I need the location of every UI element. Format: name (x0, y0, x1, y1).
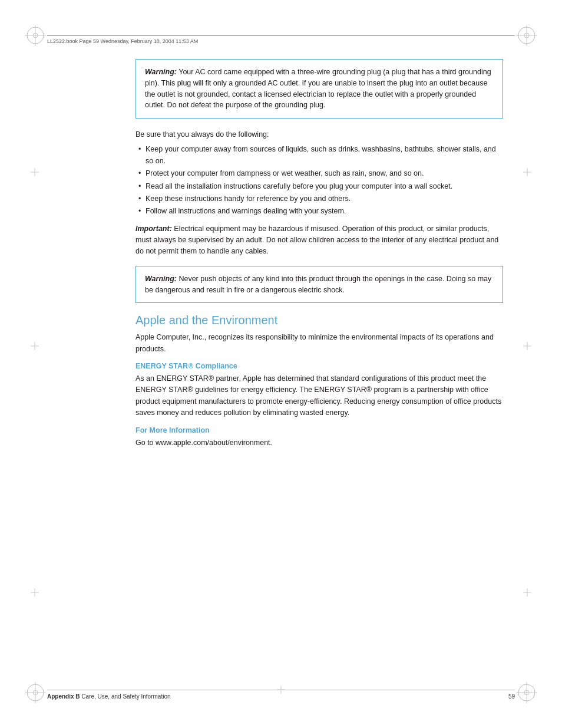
body-intro-text: Be sure that you always do the following… (135, 129, 503, 140)
important-para: Important: Electrical equipment may be h… (135, 223, 503, 258)
important-text: Electrical equipment may be hazardous if… (135, 225, 498, 256)
warning-text-2: Never push objects of any kind into this… (145, 275, 491, 294)
warning-box-1: Warning: Your AC cord came equipped with… (135, 59, 503, 118)
more-info-text: Go to www.apple.com/about/environment. (135, 437, 503, 449)
more-info-heading: For More Information (135, 426, 503, 434)
list-item: Keep these instructions handy for refere… (138, 193, 503, 205)
page: LL2522.book Page 59 Wednesday, February … (0, 0, 562, 728)
list-item: Keep your computer away from sources of … (138, 144, 503, 167)
energy-star-heading: ENERGY STAR® Compliance (135, 362, 503, 370)
warning-text-1: Your AC cord came equipped with a three-… (145, 68, 491, 109)
side-mark-right-top (523, 168, 531, 178)
header-file-info: LL2522.book Page 59 Wednesday, February … (47, 38, 198, 44)
footer-appendix-text: Care, Use, and Safety Information (80, 693, 171, 700)
side-mark-left-mid (31, 342, 39, 352)
footer-left: Appendix B Care, Use, and Safety Informa… (47, 693, 171, 700)
list-item: Read all the installation instructions c… (138, 181, 503, 192)
warning-label-1: Warning: (145, 68, 177, 76)
side-mark-right-bot (523, 588, 531, 598)
section-intro: Apple Computer, Inc., recognizes its res… (135, 332, 503, 355)
side-mark-left-top (31, 168, 39, 178)
corner-mark-bottom-right (515, 681, 538, 704)
corner-mark-top-right (515, 24, 538, 47)
list-item: Protect your computer from dampness or w… (138, 168, 503, 179)
warning-box-2: Warning: Never push objects of any kind … (135, 266, 503, 304)
important-label: Important: (135, 225, 172, 233)
footer: Appendix B Care, Use, and Safety Informa… (47, 690, 515, 700)
corner-mark-top-left (24, 24, 47, 47)
side-mark-left-bot (31, 588, 39, 598)
warning-label-2: Warning: (145, 275, 177, 283)
main-content: Warning: Your AC cord came equipped with… (135, 59, 503, 452)
footer-page-number: 59 (508, 693, 515, 700)
energy-star-text: As an ENERGY STAR® partner, Apple has de… (135, 373, 503, 419)
header-bar: LL2522.book Page 59 Wednesday, February … (47, 35, 515, 44)
list-item: Follow all instructions and warnings dea… (138, 206, 503, 217)
side-mark-right-mid (523, 342, 531, 352)
bullet-list: Keep your computer away from sources of … (135, 144, 503, 217)
section-heading: Apple and the Environment (135, 314, 503, 327)
corner-mark-bottom-left (24, 681, 47, 704)
footer-appendix-bold: Appendix B (47, 693, 80, 700)
